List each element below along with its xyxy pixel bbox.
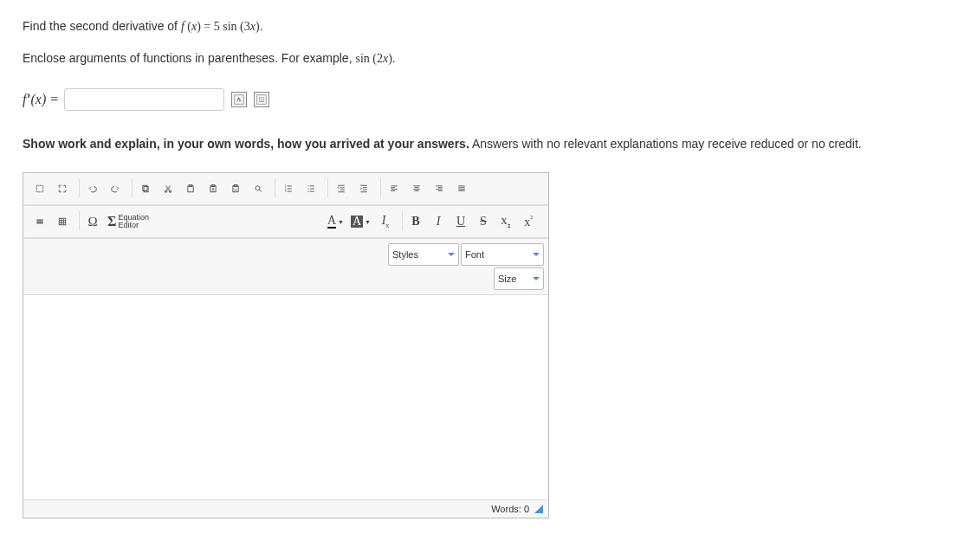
paste-word-button[interactable]: W xyxy=(225,178,246,199)
align-left-button[interactable] xyxy=(384,178,404,199)
svg-text:3: 3 xyxy=(285,190,287,193)
hint-text: Enclose arguments of functions in parent… xyxy=(23,51,941,66)
remove-format-button[interactable]: Ix xyxy=(375,211,396,232)
svg-text:W: W xyxy=(234,189,237,192)
font-select[interactable]: Font xyxy=(461,243,544,266)
source-button[interactable] xyxy=(29,178,50,199)
numbered-list-button[interactable]: 123 xyxy=(278,178,299,199)
resize-handle[interactable] xyxy=(534,505,543,513)
svg-rect-2 xyxy=(36,185,43,192)
styles-select[interactable]: Styles xyxy=(388,243,459,266)
toolbar-row-3: Styles Font Size xyxy=(23,238,548,295)
strike-button[interactable]: S xyxy=(473,211,494,232)
show-work-instructions: Show work and explain, in your own words… xyxy=(23,135,941,153)
paste-text-button[interactable] xyxy=(203,178,223,199)
cut-button[interactable] xyxy=(158,178,178,199)
answer-row: f′′ (x) = xyxy=(23,88,941,111)
align-right-button[interactable] xyxy=(429,178,450,199)
italic-button[interactable]: I xyxy=(428,211,449,232)
question-text: Find the second derivative of f (x) = 5 … xyxy=(23,19,941,34)
superscript-button[interactable]: x² xyxy=(518,211,539,232)
undo-button[interactable] xyxy=(82,178,103,199)
equation-editor-button[interactable]: Σ EquationEditor xyxy=(105,211,152,232)
indent-button[interactable] xyxy=(353,178,374,199)
answer-input[interactable] xyxy=(64,88,224,111)
underline-button[interactable]: U xyxy=(450,211,471,232)
svg-rect-21 xyxy=(59,218,66,225)
special-char-button[interactable]: Ω xyxy=(82,211,103,232)
find-button[interactable] xyxy=(248,178,268,199)
size-select[interactable]: Size xyxy=(494,267,544,290)
maximize-button[interactable] xyxy=(52,178,73,199)
align-justify-button[interactable] xyxy=(451,178,472,199)
table-button[interactable] xyxy=(52,211,73,232)
outdent-button[interactable] xyxy=(331,178,352,199)
toolbar-row-1: W 123 xyxy=(23,173,548,205)
svg-point-18 xyxy=(307,185,308,186)
svg-point-20 xyxy=(307,191,308,192)
answer-label: f′′ (x) = xyxy=(23,92,59,107)
subscript-button[interactable]: x₂ xyxy=(495,211,516,232)
editor-body[interactable] xyxy=(23,295,548,499)
toolbar-row-2: Ω Σ EquationEditor A▼ A▼ Ix B I U S x₂ x… xyxy=(23,205,548,238)
editor-footer: Words: 0 xyxy=(23,499,548,518)
bg-color-button[interactable]: A▼ xyxy=(348,211,373,232)
svg-point-19 xyxy=(307,188,308,189)
horizontal-rule-button[interactable] xyxy=(29,211,50,232)
svg-point-14 xyxy=(256,186,260,190)
bulleted-list-button[interactable] xyxy=(301,178,321,199)
math-keyboard-icon[interactable] xyxy=(254,92,269,107)
paste-button[interactable] xyxy=(180,178,201,199)
copy-button[interactable] xyxy=(135,178,156,199)
math-preview-icon[interactable] xyxy=(231,92,247,107)
text-color-button[interactable]: A▼ xyxy=(325,211,346,232)
redo-button[interactable] xyxy=(105,178,126,199)
align-center-button[interactable] xyxy=(406,178,427,199)
word-count: Words: 0 xyxy=(491,504,529,514)
bold-button[interactable]: B xyxy=(405,211,426,232)
rich-text-editor: W 123 Ω Σ Equat xyxy=(23,172,549,518)
